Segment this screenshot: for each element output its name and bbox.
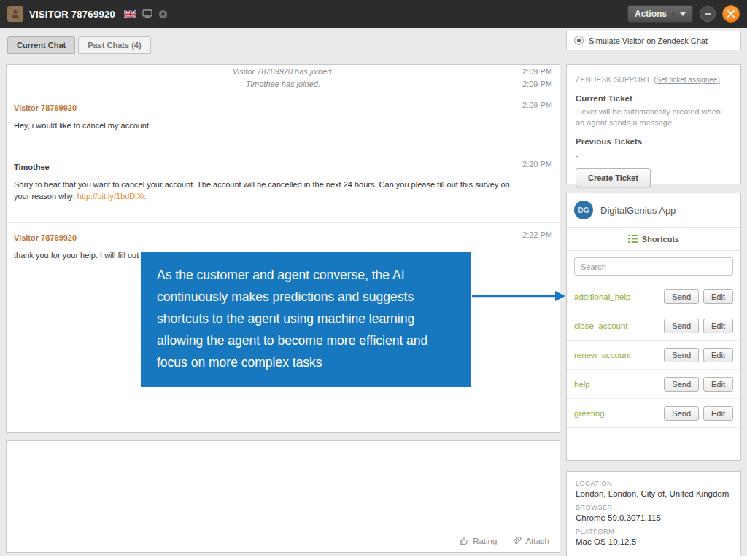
simulate-panel: Simulate Visitor on Zendesk Chat (566, 31, 741, 50)
send-button[interactable]: Send (664, 348, 699, 362)
edit-button[interactable]: Edit (703, 377, 733, 392)
shortcut-name: greeting (574, 409, 659, 418)
annotation-callout: As the customer and agent converse, the … (141, 252, 471, 387)
message-author: Visitor 78769920 (14, 104, 77, 112)
shortcuts-label: Shortcuts (642, 235, 679, 244)
chat-tabs: Current Chat Past Chats (4) (7, 36, 151, 54)
message-time: 2:09 PM (522, 101, 552, 109)
compose-toolbar: Rating Attach (7, 529, 560, 552)
actions-button[interactable]: Actions (627, 5, 693, 23)
shortcut-row: greeting Send Edit (567, 399, 740, 428)
message-time: 2:22 PM (522, 230, 552, 239)
paperclip-icon (511, 536, 522, 546)
current-ticket-label: Current Ticket (576, 94, 732, 103)
send-button[interactable]: Send (664, 289, 699, 304)
send-button[interactable]: Send (664, 377, 699, 392)
chat-message: Visitor 78769920 2:09 PM Hey, i would li… (7, 93, 560, 141)
previous-tickets-value: - (576, 151, 732, 160)
close-icon (727, 10, 735, 18)
edit-button[interactable]: Edit (703, 319, 733, 333)
shortcut-name: help (574, 380, 659, 389)
platform-label: PLATFORM (576, 528, 732, 535)
shortcut-name: renew_account (574, 351, 659, 359)
digitalgenius-panel: DG DigitalGenius App Shortcuts additiona… (566, 192, 741, 461)
shortcut-name: additional_help (574, 292, 659, 301)
shortcut-row: additional_help Send Edit (567, 282, 740, 311)
message-author: Timothee (14, 163, 50, 171)
dg-header: DG DigitalGenius App (567, 193, 740, 228)
compose-panel: Rating Attach (6, 440, 560, 553)
shortcut-name: close_account (574, 322, 659, 330)
location-value: London, London, City of, United Kingdom (576, 489, 732, 498)
tab-past-chats[interactable]: Past Chats (4) (78, 36, 150, 54)
shortcut-search-input[interactable] (574, 257, 733, 276)
send-button[interactable]: Send (664, 319, 699, 333)
send-button[interactable]: Send (664, 406, 699, 421)
topbar: VISITOR 78769920 Actions (0, 0, 747, 28)
simulate-radio[interactable] (574, 36, 584, 45)
zendesk-header: ZENDESK SUPPORT (576, 76, 651, 84)
message-text: Hey, i would like to cancel my account (14, 120, 525, 132)
system-time: 2:09 PM (522, 79, 552, 88)
list-icon (628, 235, 638, 243)
attach-button[interactable]: Attach (511, 536, 549, 546)
rating-button[interactable]: Rating (459, 536, 497, 546)
set-assignee-link[interactable]: (Set ticket assignee) (654, 76, 720, 84)
browser-value: Chrome 59.0.3071.115 (576, 513, 732, 522)
visitor-avatar (7, 6, 23, 22)
platform-value: Mac OS 10.12.5 (576, 537, 732, 546)
eye-icon (158, 9, 168, 19)
shortcut-row: close_account Send Edit (567, 311, 740, 341)
browser-label: BROWSER (576, 504, 732, 511)
visitor-title: VISITOR 78769920 (29, 9, 115, 20)
system-text: Timothee has joined. (246, 79, 320, 88)
simulate-label: Simulate Visitor on Zendesk Chat (589, 36, 708, 45)
annotation-arrow (471, 286, 567, 306)
edit-button[interactable]: Edit (703, 289, 733, 304)
minimize-button[interactable] (700, 6, 716, 22)
system-text: Visitor 78769920 has joined. (233, 67, 334, 76)
window-edge (0, 556, 747, 560)
chevron-down-icon (673, 12, 686, 16)
person-icon (10, 9, 20, 19)
dg-avatar: DG (574, 201, 593, 219)
system-time: 2:09 PM (522, 67, 552, 76)
thumbs-up-icon (459, 536, 469, 546)
create-ticket-button[interactable]: Create Ticket (576, 168, 651, 187)
current-ticket-text: Ticket will be automatically created whe… (576, 106, 732, 128)
visitor-info-panel: LOCATION London, London, City of, United… (566, 471, 741, 559)
attach-label: Attach (525, 537, 549, 545)
monitor-icon (142, 9, 152, 18)
location-label: LOCATION (576, 480, 732, 487)
tab-shortcuts[interactable]: Shortcuts (567, 228, 740, 251)
edit-button[interactable]: Edit (703, 348, 733, 362)
uk-flag-icon (124, 10, 136, 18)
shortcut-row: help Send Edit (567, 370, 740, 399)
message-time: 2:20 PM (522, 160, 552, 168)
shortcut-row: renew_account Send Edit (567, 341, 740, 370)
message-text: Sorry to hear that you want to cancel yo… (14, 179, 525, 203)
app-window: VISITOR 78769920 Actions (0, 0, 747, 560)
rating-label: Rating (473, 537, 497, 545)
system-message: Visitor 78769920 has joined. 2:09 PM (7, 65, 560, 77)
survey-link[interactable]: http://bit.ly/1bdDlXc (77, 192, 147, 201)
close-button[interactable] (722, 5, 740, 23)
sidebar: Simulate Visitor on Zendesk Chat ZENDESK… (566, 31, 741, 560)
actions-label: Actions (635, 9, 667, 19)
tab-current-chat[interactable]: Current Chat (7, 36, 75, 54)
minus-icon (704, 10, 711, 18)
message-input[interactable] (7, 441, 560, 529)
system-message: Timothee has joined. 2:09 PM (7, 77, 560, 90)
chat-message: Timothee 2:20 PM Sorry to hear that you … (7, 152, 560, 212)
dg-title: DigitalGenius App (600, 205, 676, 216)
previous-tickets-label: Previous Tickets (576, 137, 732, 146)
zendesk-panel: ZENDESK SUPPORT (Set ticket assignee) Cu… (566, 64, 741, 184)
edit-button[interactable]: Edit (703, 406, 733, 421)
message-author: Visitor 78769920 (14, 233, 77, 242)
